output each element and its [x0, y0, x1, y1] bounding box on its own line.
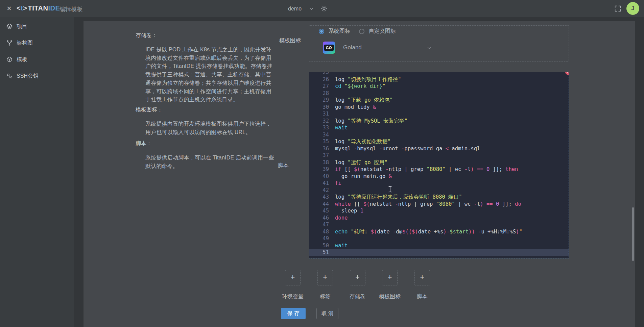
code-text: echo "耗时: $(date -d@$(($(date +%s)-$star… — [335, 228, 522, 235]
code-line-25: 25 — [309, 72, 569, 76]
doc-line: IDE 是以 POD 工作在 K8s 节点之上的，因此开发环 — [145, 46, 272, 54]
line-number: 36 — [309, 145, 329, 152]
sidebar-item-模板[interactable]: 模板 — [0, 55, 74, 64]
close-icon[interactable]: × — [7, 4, 11, 13]
code-line-29: 29log "下载 go 依赖包" — [309, 97, 569, 104]
icon-select[interactable]: GO Goland — [323, 42, 432, 54]
avatar[interactable]: J — [626, 2, 639, 15]
add-group-脚本: +脚本 — [414, 270, 430, 285]
code-text: log "等待 MySQL 安装完毕" — [335, 118, 407, 125]
code-line-26: 26log "切换到项目工作路径" — [309, 76, 569, 83]
doc-line: 系统提供内置的开发环境模板图标供用户下拉选择， — [145, 120, 271, 128]
chevron-down-icon — [427, 45, 432, 50]
sidebar-item-label: 架构图 — [17, 40, 33, 47]
cancel-button[interactable]: 取 消 — [316, 308, 338, 319]
code-line-32: 32log "等待 MySQL 安装完毕" — [309, 118, 569, 125]
line-number: 45 — [309, 207, 329, 215]
code-line-27: 27cd "${work_dir}" — [309, 83, 569, 90]
doc-line: 默认的命令。 — [145, 162, 274, 171]
code-line-49: 49 — [309, 235, 569, 242]
code-text: cd "${work_dir}" — [335, 83, 385, 90]
sidebar-item-label: 项目 — [17, 23, 27, 30]
logo-bracket-left: < — [17, 4, 21, 12]
radio-系统图标[interactable]: 系统图标 — [319, 28, 350, 35]
sidebar-item-SSH公钥[interactable]: SSH公钥 — [0, 72, 74, 80]
layers-icon — [6, 23, 13, 30]
add-标签-button[interactable]: + — [317, 270, 333, 285]
sidebar-item-架构图[interactable]: 架构图 — [0, 39, 74, 47]
code-text: log "下载 go 依赖包" — [335, 97, 393, 104]
save-button[interactable]: 保 存 — [281, 308, 306, 319]
script-code-editor[interactable]: 2526log "切换到项目工作路径"27cd "${work_dir}"282… — [309, 72, 569, 258]
sidebar: 项目架构图模板SSH公钥 — [0, 17, 74, 327]
add-group-模板图标: +模板图标 — [382, 270, 398, 285]
add-环境变量-button[interactable]: + — [285, 270, 301, 285]
line-number: 27 — [309, 83, 329, 90]
plus-icon: + — [323, 273, 327, 281]
radio-label: 自定义图标 — [369, 28, 396, 35]
line-number: 29 — [309, 97, 329, 104]
sidebar-item-label: SSH公钥 — [17, 73, 39, 80]
code-text: go mod tidy & — [335, 104, 376, 111]
code-line-30: 30go mod tidy & — [309, 104, 569, 111]
code-line-46: 46done — [309, 215, 569, 222]
icon-type-radios: 系统图标自定义图标 — [319, 28, 396, 35]
icon-select-value: Goland — [343, 44, 362, 51]
radio-自定义图标[interactable]: 自定义图标 — [359, 28, 396, 35]
code-line-38: 38log "运行 go 应用" — [309, 159, 569, 166]
doc-heading: 脚本： — [136, 140, 152, 147]
radio-unselected-icon — [359, 29, 364, 34]
code-text: sleep 1 — [335, 207, 363, 215]
gear-icon[interactable] — [320, 5, 328, 12]
doc-line: 境内修改过文件在重启或休眠后会丢失，为了存储用 — [145, 54, 272, 62]
code-line-36: 36mysql -hmysql -uroot -ppassword ga < a… — [309, 145, 569, 152]
project-switcher[interactable]: demo — [288, 0, 314, 17]
add-button-label: 环境变量 — [282, 293, 304, 300]
doc-line: 户的文件，TitanIDE 提供存储卷挂载功能。存储卷挂 — [145, 62, 272, 71]
code-lines: 2526log "切换到项目工作路径"27cd "${work_dir}"282… — [309, 72, 569, 256]
line-number: 33 — [309, 124, 329, 131]
doc-line: 享，可以跨域不同的工作空间进行共享；主机存储用 — [145, 87, 272, 96]
doc-line: 于挂载工作节点的主机文件系统目录。 — [145, 96, 272, 104]
plus-icon: + — [355, 273, 360, 281]
add-button-label: 脚本 — [417, 293, 428, 300]
line-number: 39 — [309, 166, 329, 173]
code-line-42: 42 — [309, 187, 569, 194]
fullscreen-icon[interactable] — [614, 5, 621, 12]
add-存储卷-button[interactable]: + — [350, 270, 365, 285]
code-line-40: 40 go run main.go & — [309, 173, 569, 180]
code-line-43: 43log "等待应用运行起来后，应该会监听 8080 端口" — [309, 194, 569, 201]
scrollbar-thumb[interactable] — [632, 207, 634, 261]
sidebar-item-label: 模板 — [17, 56, 27, 63]
page-title: 编辑模板 — [59, 5, 82, 13]
code-text: if [[ $(netstat -ntlp | grep "8080" | wc… — [335, 166, 518, 173]
code-line-50: 50wait — [309, 242, 569, 249]
sidebar-item-项目[interactable]: 项目 — [0, 22, 74, 30]
doc-line: 载提供了三种模式：普通、共享、主机存储。其中普 — [145, 71, 272, 79]
add-button-label: 标签 — [320, 293, 331, 300]
line-number: 44 — [309, 201, 329, 208]
add-脚本-button[interactable]: + — [414, 270, 430, 285]
doc-paragraph: IDE 是以 POD 工作在 K8s 节点之上的，因此开发环境内修改过文件在重启… — [145, 46, 272, 104]
doc-line: 用户也可以输入可以访问的图标在线 URL。 — [145, 128, 271, 137]
template-icon-form: 系统图标自定义图标 GO Goland — [309, 25, 569, 62]
code-line-47: 47 — [309, 221, 569, 228]
code-text: while [[ $(netstat -ntlp | grep "8080" |… — [335, 201, 521, 208]
line-number: 48 — [309, 228, 329, 235]
code-text: log "等待应用运行起来后，应该会监听 8080 端口" — [335, 194, 462, 201]
code-line-28: 28 — [309, 90, 569, 97]
line-number: 49 — [309, 235, 329, 242]
doc-line: 系统提供启动脚本，可以在 TitanIDE 启动前调用一些 — [145, 154, 274, 162]
code-line-33: 33wait — [309, 124, 569, 131]
add-模板图标-button[interactable]: + — [382, 270, 398, 285]
code-text: done — [335, 215, 348, 222]
doc-section: 模板图标：系统提供内置的开发环境模板图标供用户下拉选择，用户也可以输入可以访问的… — [136, 106, 163, 114]
line-number: 42 — [309, 187, 329, 194]
code-text: wait — [335, 124, 348, 131]
doc-paragraph: 系统提供内置的开发环境模板图标供用户下拉选择，用户也可以输入可以访问的图标在线 … — [145, 120, 271, 136]
line-number: 38 — [309, 159, 329, 166]
code-line-44: 44while [[ $(netstat -ntlp | grep "8080"… — [309, 201, 569, 208]
code-text: log "切换到项目工作路径" — [335, 76, 401, 83]
line-number: 46 — [309, 215, 329, 222]
doc-line: 通存储为独立的存储卷；共享存储以用户维度进行共 — [145, 79, 272, 87]
